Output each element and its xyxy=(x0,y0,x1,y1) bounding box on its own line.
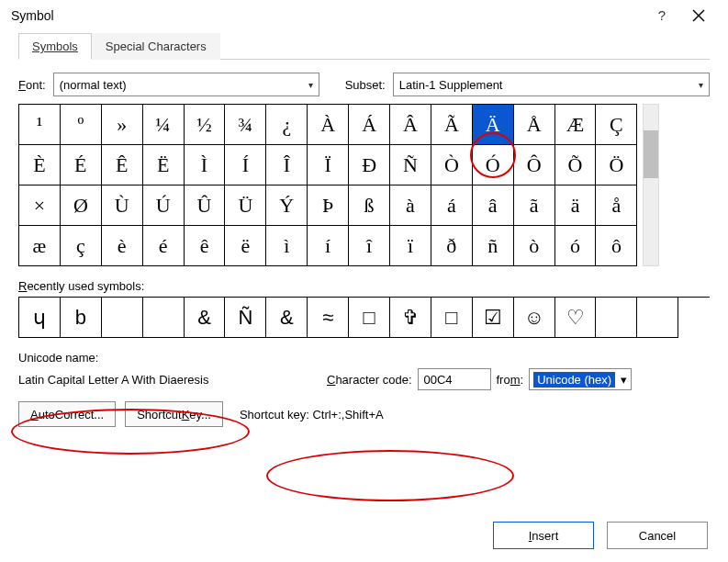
symbol-cell[interactable]: Õ xyxy=(555,145,597,185)
symbol-grid[interactable]: ¹º»¼½¾¿ÀÁÂÃÄÅÆÇÈÉÊËÌÍÎÏÐÑÒÓÔÕÖ×ØÙÚÛÜÝÞßà… xyxy=(18,104,637,266)
recent-symbol-cell[interactable]: □ xyxy=(431,298,473,338)
grid-scrollbar[interactable] xyxy=(643,104,659,266)
shortcut-key-button[interactable]: Shortcut Key... xyxy=(125,401,223,427)
symbol-cell[interactable]: â xyxy=(473,185,514,226)
cancel-button[interactable]: Cancel xyxy=(607,522,708,549)
close-icon xyxy=(692,9,705,22)
symbol-cell[interactable]: ã xyxy=(514,185,555,226)
subset-select[interactable]: Latin-1 Supplement ▾ xyxy=(393,73,710,96)
recent-symbol-cell[interactable]: ☑ xyxy=(473,298,514,338)
chevron-down-icon: ▾ xyxy=(621,373,627,387)
from-select[interactable]: Unicode (hex) ▾ xyxy=(529,368,632,390)
symbol-cell[interactable]: Ä xyxy=(473,105,514,145)
symbol-cell[interactable]: ð xyxy=(431,226,473,266)
symbol-cell[interactable]: ¼ xyxy=(143,105,185,145)
symbol-cell[interactable]: Ê xyxy=(102,145,143,185)
recent-symbol-cell[interactable]: ✞ xyxy=(390,298,431,338)
symbol-cell[interactable]: Ó xyxy=(473,145,514,185)
symbol-cell[interactable]: Ý xyxy=(266,185,308,226)
symbol-cell[interactable]: ë xyxy=(225,226,266,266)
symbol-cell[interactable]: ò xyxy=(514,226,555,266)
symbol-cell[interactable]: Â xyxy=(390,105,431,145)
symbol-cell[interactable]: á xyxy=(431,185,473,226)
symbol-cell[interactable]: ô xyxy=(596,226,637,266)
recent-symbol-cell[interactable] xyxy=(102,298,143,338)
recent-symbol-cell[interactable]: & xyxy=(185,298,226,338)
symbol-cell[interactable]: ¹ xyxy=(19,105,61,145)
symbol-cell[interactable]: ñ xyxy=(473,226,514,266)
symbol-cell[interactable]: Î xyxy=(266,145,308,185)
scroll-thumb[interactable] xyxy=(644,130,658,178)
symbol-cell[interactable]: Ë xyxy=(143,145,185,185)
symbol-cell[interactable]: » xyxy=(102,105,143,145)
insert-button[interactable]: Insert xyxy=(493,522,594,549)
symbol-cell[interactable]: ï xyxy=(390,226,431,266)
symbol-cell[interactable]: ç xyxy=(61,226,102,266)
font-select[interactable]: (normal text) ▾ xyxy=(53,73,319,96)
symbol-cell[interactable]: Ï xyxy=(308,145,349,185)
recent-symbol-cell[interactable] xyxy=(596,298,637,338)
symbol-cell[interactable]: ì xyxy=(266,226,308,266)
symbol-cell[interactable]: Ð xyxy=(349,145,390,185)
tab-symbols[interactable]: Symbols xyxy=(18,33,92,60)
autocorrect-button[interactable]: AutoCorrect... xyxy=(18,401,116,427)
symbol-cell[interactable]: Ò xyxy=(431,145,473,185)
symbol-cell[interactable]: å xyxy=(596,185,637,226)
symbol-cell[interactable]: Ü xyxy=(225,185,266,226)
symbol-cell[interactable]: Ã xyxy=(431,105,473,145)
recent-symbol-cell[interactable]: & xyxy=(266,298,308,338)
symbol-cell[interactable]: ê xyxy=(185,226,226,266)
symbol-cell[interactable]: æ xyxy=(19,226,61,266)
recent-symbols-grid[interactable]: ɥb&Ñ&≈□✞□☑☺♡ xyxy=(18,297,710,338)
symbol-cell[interactable]: í xyxy=(308,226,349,266)
symbol-cell[interactable]: à xyxy=(390,185,431,226)
symbol-cell[interactable]: Í xyxy=(225,145,266,185)
symbol-cell[interactable]: ß xyxy=(349,185,390,226)
recent-symbol-cell[interactable]: ☺ xyxy=(514,298,555,338)
symbol-cell[interactable]: Ö xyxy=(596,145,637,185)
symbol-cell[interactable]: Ô xyxy=(514,145,555,185)
symbol-cell[interactable]: × xyxy=(19,185,61,226)
symbol-cell[interactable]: Û xyxy=(185,185,226,226)
from-label: from: xyxy=(497,373,524,387)
recent-label: Recently used symbols: xyxy=(18,279,710,293)
symbol-cell[interactable]: À xyxy=(308,105,349,145)
recent-symbol-cell[interactable]: Ñ xyxy=(225,298,266,338)
symbol-cell[interactable]: Ù xyxy=(102,185,143,226)
symbol-cell[interactable]: Á xyxy=(349,105,390,145)
symbol-cell[interactable]: È xyxy=(19,145,61,185)
symbol-cell[interactable]: Ú xyxy=(143,185,185,226)
symbol-cell[interactable]: ¾ xyxy=(225,105,266,145)
recent-symbol-cell[interactable] xyxy=(143,298,185,338)
symbol-cell[interactable]: Þ xyxy=(308,185,349,226)
symbol-cell[interactable]: é xyxy=(143,226,185,266)
subset-label: Subset: xyxy=(345,78,386,92)
symbol-cell[interactable]: Ø xyxy=(61,185,102,226)
recent-symbol-cell[interactable]: □ xyxy=(349,298,390,338)
title-bar: Symbol ? xyxy=(0,0,728,28)
symbol-cell[interactable]: É xyxy=(61,145,102,185)
symbol-cell[interactable]: è xyxy=(102,226,143,266)
symbol-cell[interactable]: Æ xyxy=(555,105,597,145)
recent-symbol-cell[interactable]: ɥ xyxy=(19,298,61,338)
symbol-cell[interactable]: Ç xyxy=(596,105,637,145)
close-button[interactable] xyxy=(680,9,717,22)
symbol-cell[interactable]: ½ xyxy=(185,105,226,145)
symbol-cell[interactable]: Ñ xyxy=(390,145,431,185)
char-code-input[interactable]: 00C4 xyxy=(418,368,491,390)
help-button[interactable]: ? xyxy=(644,7,680,23)
symbol-cell[interactable]: Ì xyxy=(185,145,226,185)
recent-symbol-cell[interactable]: ≈ xyxy=(308,298,349,338)
symbol-cell[interactable]: ó xyxy=(555,226,597,266)
recent-symbol-cell[interactable]: ♡ xyxy=(555,298,597,338)
symbol-cell[interactable]: î xyxy=(349,226,390,266)
char-code-label: Character code: xyxy=(327,373,412,387)
recent-symbol-cell[interactable]: b xyxy=(61,298,102,338)
recent-symbol-cell[interactable] xyxy=(637,298,678,338)
tab-special-characters[interactable]: Special Characters xyxy=(92,33,220,60)
symbol-cell[interactable]: ¿ xyxy=(266,105,308,145)
symbol-cell[interactable]: ä xyxy=(555,185,597,226)
unicode-name-label: Unicode name: xyxy=(18,351,710,365)
symbol-cell[interactable]: Å xyxy=(514,105,555,145)
symbol-cell[interactable]: º xyxy=(61,105,102,145)
